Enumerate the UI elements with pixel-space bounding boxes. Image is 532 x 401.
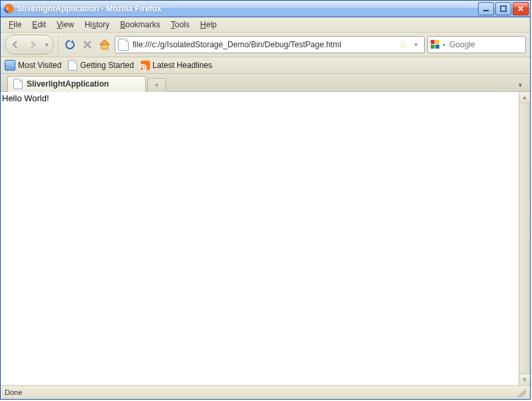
separator (58, 36, 59, 53)
bookmark-getting-started[interactable]: Getting Started (68, 60, 134, 71)
scroll-up-arrow-icon[interactable]: ▲ (519, 92, 530, 103)
minimize-button[interactable] (478, 2, 494, 15)
window-title: SliverlightApplication - Mozilla Firefox (17, 4, 478, 13)
menu-bookmarks[interactable]: Bookmarks (115, 19, 165, 31)
bookmarks-toolbar: Most Visited Getting Started Latest Head… (1, 57, 530, 74)
menu-file[interactable]: File (3, 19, 27, 31)
menu-tools[interactable]: Tools (165, 19, 195, 31)
navigation-toolbar: ▼ ☆ ▼ ▾ 🔍 (1, 33, 530, 57)
home-button[interactable] (97, 37, 112, 52)
menu-help[interactable]: Help (195, 19, 222, 31)
bookmark-latest-headlines[interactable]: Latest Headlines (141, 61, 212, 70)
menu-view[interactable]: View (51, 19, 79, 31)
reload-button[interactable] (63, 37, 77, 52)
back-forward-group: ▼ (5, 35, 54, 55)
back-button[interactable] (7, 37, 24, 53)
search-engine-dropdown-icon[interactable]: ▾ (443, 42, 445, 48)
close-button[interactable] (513, 2, 529, 15)
maximize-button[interactable] (495, 2, 511, 15)
tab-title: SliverlightApplication (27, 79, 109, 89)
firefox-icon (3, 3, 14, 14)
bookmark-label: Most Visited (18, 61, 61, 70)
scroll-down-arrow-icon[interactable]: ▼ (519, 374, 530, 385)
search-bar[interactable]: ▾ 🔍 (427, 36, 526, 53)
tab-list-dropdown-button[interactable]: ▼ (513, 79, 527, 91)
resize-grip-icon[interactable] (517, 388, 526, 397)
tab-active[interactable]: SliverlightApplication (7, 76, 146, 92)
firefox-window: SliverlightApplication - Mozilla Firefox… (0, 0, 531, 400)
tab-favicon (13, 79, 23, 89)
url-bar[interactable]: ☆ ▼ (115, 36, 425, 53)
bookmark-most-visited[interactable]: Most Visited (5, 60, 61, 71)
page-identity-icon[interactable] (118, 39, 129, 51)
most-visited-icon (5, 60, 15, 71)
status-text: Done (5, 388, 22, 396)
rss-icon (141, 61, 150, 70)
search-input[interactable] (448, 39, 532, 50)
bookmark-star-icon[interactable]: ☆ (399, 39, 408, 50)
page-body-text: Hello World! (2, 93, 49, 103)
google-engine-icon[interactable] (431, 40, 440, 49)
svg-rect-2 (501, 6, 506, 11)
menu-bar: File Edit View History Bookmarks Tools H… (1, 17, 530, 33)
menu-edit[interactable]: Edit (27, 19, 51, 31)
page-icon (68, 60, 77, 71)
forward-button[interactable] (24, 37, 41, 53)
history-dropdown-button[interactable]: ▼ (41, 37, 52, 53)
bookmark-label: Getting Started (80, 61, 134, 70)
vertical-scrollbar[interactable]: ▲ ▼ (519, 92, 530, 385)
status-bar: Done (1, 385, 530, 399)
titlebar: SliverlightApplication - Mozilla Firefox (1, 1, 530, 17)
stop-button[interactable] (80, 37, 95, 52)
new-tab-button[interactable]: + (147, 78, 166, 92)
tab-strip: SliverlightApplication + ▼ (1, 74, 530, 92)
page-content: Hello World! ▲ ▼ (1, 92, 530, 385)
url-input[interactable] (131, 39, 397, 50)
svg-rect-1 (483, 10, 489, 11)
bookmark-label: Latest Headlines (153, 61, 212, 70)
url-dropdown-icon[interactable]: ▼ (411, 42, 421, 48)
menu-history[interactable]: History (79, 19, 115, 31)
